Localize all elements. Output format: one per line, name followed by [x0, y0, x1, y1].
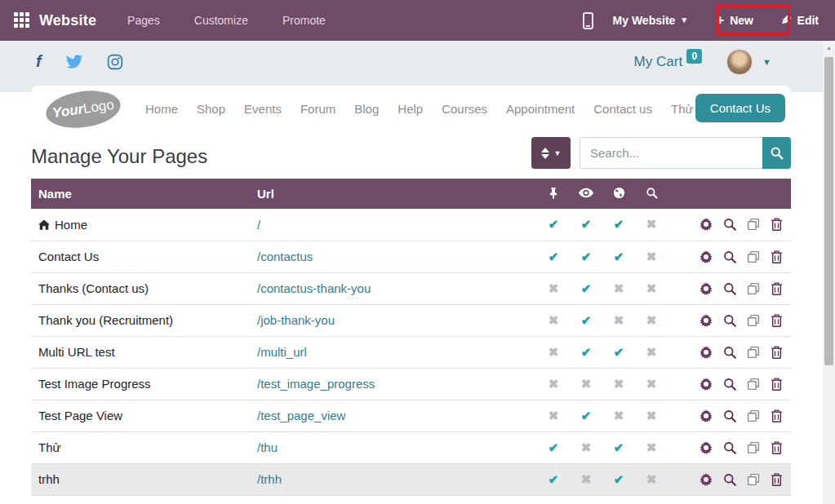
scroll-up-arrow-icon[interactable]: ▲	[823, 41, 835, 54]
instagram-icon[interactable]	[107, 54, 123, 70]
check-icon: ✔	[581, 345, 592, 359]
name-column-header[interactable]: Name	[31, 179, 250, 209]
table-row: Multi URL test/multi_url✖✔✔✖	[31, 336, 791, 368]
copy-icon[interactable]	[746, 345, 760, 359]
site-nav-item[interactable]: Thử	[671, 102, 694, 116]
top-menu-item-customize[interactable]: Customize	[194, 14, 248, 27]
status-search-cross: ✖	[635, 431, 668, 463]
twitter-icon[interactable]	[65, 55, 83, 69]
gear-icon[interactable]	[699, 409, 713, 422]
page-url-link[interactable]: /trhh	[257, 472, 282, 486]
status-globe-cross: ✖	[602, 368, 635, 400]
magnifier-icon[interactable]	[722, 281, 736, 295]
status-globe-check: ✔	[602, 209, 635, 241]
copy-icon[interactable]	[746, 472, 760, 486]
website-column-header[interactable]	[602, 179, 635, 209]
copy-icon[interactable]	[746, 440, 760, 454]
page-url-link[interactable]: /	[257, 218, 260, 232]
page-url-link[interactable]: /thu	[257, 440, 278, 454]
trash-icon[interactable]	[770, 440, 784, 454]
gear-icon[interactable]	[699, 472, 713, 486]
user-menu[interactable]: ▼	[726, 49, 771, 75]
site-nav-item[interactable]: Blog	[354, 102, 379, 116]
top-menu-item-pages[interactable]: Pages	[127, 14, 160, 27]
gear-icon[interactable]	[699, 218, 713, 232]
gear-icon[interactable]	[699, 250, 713, 263]
sort-dropdown-button[interactable]: ▼	[531, 137, 571, 169]
gear-icon[interactable]	[699, 377, 713, 391]
magnifier-icon[interactable]	[722, 409, 736, 422]
check-icon: ✔	[581, 313, 592, 327]
status-globe-cross: ✖	[602, 400, 635, 431]
magnifier-icon[interactable]	[722, 313, 736, 327]
search-input[interactable]	[580, 137, 762, 169]
trash-icon[interactable]	[770, 218, 784, 232]
apps-grid-icon[interactable]	[14, 12, 30, 29]
site-nav-item[interactable]: Help	[398, 102, 423, 116]
site-logo[interactable]: YourLogo	[43, 86, 122, 131]
cross-icon: ✖	[549, 281, 559, 295]
trash-icon[interactable]	[770, 409, 784, 422]
page-url-link[interactable]: /multi_url	[257, 345, 307, 359]
copy-icon[interactable]	[746, 313, 760, 327]
trash-icon[interactable]	[770, 377, 784, 391]
contact-us-button[interactable]: Contact Us	[695, 94, 785, 122]
mobile-preview-icon[interactable]	[583, 12, 593, 29]
status-eye-cross: ✖	[570, 463, 602, 495]
cross-icon: ✖	[549, 345, 559, 359]
copy-icon[interactable]	[746, 281, 760, 295]
website-selector[interactable]: My Website ▼	[613, 14, 689, 27]
top-menu: PagesCustomizePromote	[127, 14, 326, 27]
facebook-icon[interactable]: f	[36, 52, 42, 71]
vertical-scrollbar[interactable]: ▲	[823, 41, 835, 504]
copy-icon[interactable]	[746, 250, 760, 263]
page-url-link[interactable]: /contactus-thank-you	[257, 281, 371, 295]
gear-icon[interactable]	[699, 313, 713, 327]
gear-icon[interactable]	[699, 440, 713, 454]
app-name[interactable]: Website	[39, 12, 96, 29]
trash-icon[interactable]	[770, 345, 784, 359]
url-column-header[interactable]: Url	[250, 179, 537, 209]
page-url-link[interactable]: /job-thank-you	[257, 313, 335, 327]
trash-icon[interactable]	[770, 313, 784, 327]
top-menu-item-promote[interactable]: Promote	[282, 14, 326, 27]
site-nav-item[interactable]: Forum	[300, 102, 335, 116]
scrollbar-thumb[interactable]	[824, 57, 833, 365]
trash-icon[interactable]	[770, 472, 784, 486]
copy-icon[interactable]	[746, 218, 760, 232]
page-url-link[interactable]: /contactus	[257, 250, 313, 263]
new-page-button[interactable]: + New	[708, 7, 762, 33]
site-nav-item[interactable]: Appointment	[506, 102, 575, 116]
magnifier-icon[interactable]	[722, 377, 736, 391]
magnifier-icon[interactable]	[722, 345, 736, 359]
page-name: trhh	[38, 472, 60, 486]
copy-icon[interactable]	[746, 377, 760, 391]
magnifier-icon[interactable]	[722, 472, 736, 486]
page-url-link[interactable]: /test_page_view	[257, 409, 345, 422]
copy-icon[interactable]	[746, 409, 760, 422]
gear-icon[interactable]	[699, 345, 713, 359]
site-nav-item[interactable]: Courses	[442, 102, 487, 116]
my-cart-link[interactable]: My Cart 0	[634, 54, 700, 70]
status-pin-check: ✔	[537, 431, 570, 463]
page-url-link[interactable]: /test_image_progress	[257, 377, 375, 391]
magnifier-icon[interactable]	[722, 440, 736, 454]
magnifier-icon[interactable]	[722, 218, 736, 232]
visibility-column-header[interactable]	[570, 179, 602, 209]
trash-icon[interactable]	[770, 250, 784, 263]
search-button[interactable]	[762, 137, 791, 169]
cross-icon: ✖	[549, 313, 559, 327]
site-nav-item[interactable]: Contact us	[593, 102, 652, 116]
edit-button[interactable]: ✎ Edit	[781, 13, 819, 28]
indexed-column-header[interactable]	[635, 179, 668, 209]
cross-icon: ✖	[614, 409, 624, 422]
site-nav-item[interactable]: Events	[244, 102, 282, 116]
cross-icon: ✖	[614, 377, 624, 391]
gear-icon[interactable]	[699, 281, 713, 295]
pin-column-header[interactable]	[537, 179, 570, 209]
site-nav-item[interactable]: Home	[145, 102, 178, 116]
magnifier-icon[interactable]	[722, 250, 736, 263]
cross-icon: ✖	[581, 440, 592, 454]
site-nav-item[interactable]: Shop	[197, 102, 225, 116]
trash-icon[interactable]	[770, 281, 784, 295]
